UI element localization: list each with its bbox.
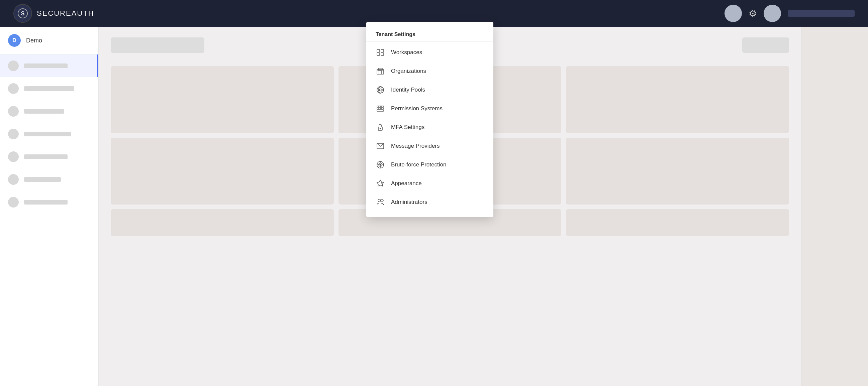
dropdown-item-organizations[interactable]: Organizations [366,62,493,80]
grid-cell-1-1 [111,66,334,133]
sidebar-text-2 [24,86,74,91]
svg-point-33 [378,199,381,202]
grid-cell-1-3 [566,66,789,133]
tenant-avatar[interactable] [764,5,781,22]
message-providers-icon [376,141,385,151]
svg-point-12 [379,89,381,91]
sidebar-text-7 [24,200,68,205]
svg-rect-17 [377,110,384,111]
mfa-settings-icon [376,122,385,132]
sidebar-avatar-4 [8,129,19,139]
sidebar-item-3[interactable] [0,100,98,122]
svg-rect-4 [377,53,380,56]
permission-systems-icon [376,104,385,113]
sidebar-text-5 [24,154,68,159]
sidebar-avatar-5 [8,151,19,162]
sidebar-item-5[interactable] [0,145,98,168]
topbar-placeholder [788,10,855,17]
content-header-placeholder [111,37,205,53]
sidebar-text-4 [24,132,71,136]
appearance-icon [376,179,385,188]
logo-icon: S [13,4,32,23]
dropdown-item-administrators[interactable]: Administrators [366,193,493,212]
svg-point-31 [380,164,381,166]
workspaces-icon [376,48,385,57]
dropdown-item-permission-systems[interactable]: Permission Systems [366,99,493,118]
sidebar-item-1[interactable] [0,55,98,77]
sidebar-avatar-6 [8,174,19,185]
sidebar-header[interactable]: D Demo [0,27,98,55]
dropdown-item-message-providers[interactable]: Message Providers [366,137,493,155]
grid-cell-2-1 [111,138,334,205]
identity-pools-icon [376,85,385,95]
dropdown-item-mfa-settings[interactable]: MFA Settings [366,118,493,137]
sidebar: D Demo [0,27,99,386]
sidebar-avatar-1 [8,61,19,71]
svg-point-34 [381,199,383,202]
sidebar-tenant-avatar: D [8,34,21,47]
dropdown-item-brute-force[interactable]: Brute-force Protection [366,155,493,174]
user-avatar[interactable] [724,5,742,22]
sidebar-text-6 [24,177,61,182]
message-providers-label: Message Providers [391,143,440,149]
dropdown-item-identity-pools[interactable]: Identity Pools [366,80,493,99]
gear-icon[interactable]: ⚙ [749,8,757,19]
content-top-right-placeholder [742,37,789,53]
administrators-label: Administrators [391,199,428,206]
administrators-icon [376,198,385,207]
brute-force-icon [376,160,385,169]
dropdown-item-workspaces[interactable]: Workspaces [366,43,493,62]
sidebar-item-4[interactable] [0,122,98,145]
topbar-right: ⚙ [724,5,855,22]
svg-text:S: S [21,11,25,16]
svg-point-23 [380,128,381,129]
organizations-label: Organizations [391,68,426,74]
svg-rect-2 [377,49,380,52]
organizations-icon [376,67,385,76]
sidebar-avatar-3 [8,106,19,117]
tenant-settings-dropdown: Tenant Settings Workspaces Organizations [366,22,493,217]
dropdown-item-appearance[interactable]: Appearance [366,174,493,193]
permission-systems-label: Permission Systems [391,105,442,112]
svg-rect-7 [378,68,382,70]
logo-text: SECUREAUTH [37,9,94,18]
grid-cell-2-3 [566,138,789,205]
sidebar-item-2[interactable] [0,77,98,100]
sidebar-item-7[interactable] [0,191,98,214]
appearance-label: Appearance [391,180,422,187]
identity-pools-label: Identity Pools [391,86,425,93]
dropdown-title: Tenant Settings [366,25,493,42]
sidebar-text-1 [24,64,68,68]
logo: S SECUREAUTH [13,4,94,23]
right-column [801,27,868,386]
brute-force-label: Brute-force Protection [391,162,446,168]
sidebar-text-3 [24,109,64,114]
svg-rect-3 [381,49,384,52]
workspaces-label: Workspaces [391,49,422,56]
sidebar-tenant-name: Demo [26,37,42,44]
grid-cell-3-3 [566,209,789,236]
grid-cell-3-1 [111,209,334,236]
sidebar-avatar-2 [8,83,19,94]
sidebar-avatar-7 [8,197,19,208]
mfa-settings-label: MFA Settings [391,124,425,131]
svg-rect-5 [381,53,384,56]
sidebar-item-6[interactable] [0,168,98,191]
